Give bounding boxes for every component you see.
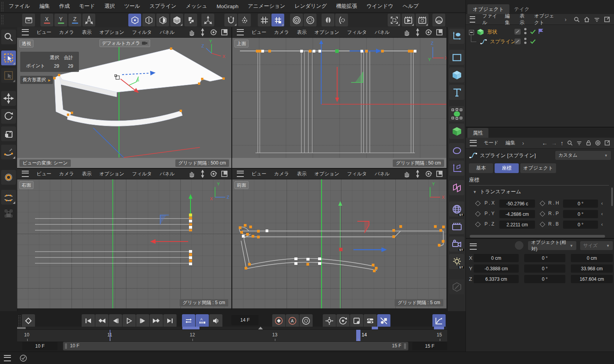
rh-field[interactable]: 0 ° — [563, 200, 598, 208]
cube-primitive-icon[interactable] — [449, 67, 464, 82]
attr-tab-coord[interactable]: 座標 — [495, 163, 519, 173]
viewport2-menu-icon[interactable] — [237, 29, 244, 35]
menu-render[interactable]: レンダリング — [295, 3, 327, 10]
render-view-button[interactable] — [402, 14, 415, 26]
rb-field[interactable]: 0 ° — [563, 220, 598, 229]
vp-menu-panel[interactable]: パネル — [160, 171, 175, 177]
om-menu-edit[interactable]: 編集 — [505, 13, 513, 26]
coord-x-rot[interactable]: 0 ° — [524, 254, 565, 262]
model-mode-button[interactable] — [170, 14, 183, 26]
coord-y-pos[interactable]: -0.3888 cm — [474, 264, 519, 273]
menu-mesh[interactable]: メッシュ — [186, 3, 207, 10]
object-row-spline[interactable]: スプライン — [466, 37, 614, 47]
object-name[interactable]: 形状 — [487, 28, 497, 35]
spline-pen-tool[interactable] — [1, 145, 16, 159]
visibility-dot-top[interactable] — [524, 28, 527, 30]
enable-check-icon[interactable] — [530, 28, 536, 35]
keyframe-diamond-icon[interactable] — [475, 222, 481, 227]
toolbar-grip[interactable] — [1, 15, 4, 25]
maximize-view-icon[interactable] — [220, 28, 228, 36]
render-settings-button[interactable] — [416, 14, 429, 26]
camera-object-icon[interactable]: ST — [449, 236, 464, 252]
lock-x-axis-button[interactable]: X — [40, 14, 53, 26]
edit-toggle-icon[interactable] — [514, 29, 521, 35]
py-field[interactable]: -4.2686 cm — [499, 210, 535, 218]
vp-menu-camera[interactable]: カメラ — [274, 171, 289, 177]
range-slider[interactable]: 10 F 15 F — [63, 342, 408, 350]
next-frame-button[interactable] — [136, 314, 149, 327]
coord-z-pos[interactable]: 6.3373 cm — [474, 275, 519, 283]
om-menu-file[interactable]: ファイル — [482, 13, 498, 26]
vp-menu-filter[interactable]: フィルタ — [132, 171, 152, 177]
record-active-objects-button[interactable] — [272, 314, 285, 327]
snap-magnet-button[interactable] — [224, 14, 237, 26]
menu-file[interactable]: ファイル — [9, 3, 30, 10]
vp-menu-display[interactable]: 表示 — [82, 29, 91, 36]
scale-tool[interactable] — [1, 126, 16, 141]
vp-menu-filter[interactable]: フィルタ — [347, 29, 367, 36]
material-edit-icon[interactable] — [449, 279, 464, 294]
om-menu-view[interactable]: 表示 — [520, 13, 527, 26]
status-menu-icon[interactable] — [4, 355, 11, 361]
object-tree[interactable]: 形状 スプライン — [466, 25, 614, 127]
om-menu-overflow[interactable]: › — [565, 16, 567, 23]
om-menu-icon[interactable] — [470, 16, 475, 23]
play-button[interactable] — [122, 314, 136, 327]
vp-menu-view[interactable]: ビュー — [252, 29, 266, 36]
attr-hscrollbar[interactable] — [470, 235, 605, 238]
pla-lock-tool[interactable] — [1, 206, 16, 221]
spinner-left[interactable]: ‹ — [601, 200, 603, 206]
edit-toggle-icon[interactable] — [514, 38, 521, 44]
goto-start-button[interactable] — [82, 314, 95, 327]
menu-tools[interactable]: ツール — [124, 3, 140, 10]
key-rotation-button[interactable] — [336, 314, 350, 327]
vp-menu-panel[interactable]: パネル — [160, 29, 175, 36]
om-menu-object[interactable]: オブジェクト — [534, 13, 558, 26]
attr-panel-icon[interactable] — [604, 140, 610, 146]
menu-spline[interactable]: スプライン — [150, 3, 177, 10]
viewport1-menu-icon[interactable] — [22, 29, 29, 35]
maximize-view-icon[interactable] — [220, 170, 228, 178]
vp-menu-camera[interactable]: カメラ — [59, 171, 74, 177]
render-region-button[interactable] — [388, 14, 401, 26]
attr-menu-mode[interactable]: モード — [484, 140, 499, 146]
autokey-hud-button[interactable]: A — [196, 314, 209, 327]
viewport-divider-h[interactable] — [17, 168, 447, 169]
active-tool-chip[interactable]: 長方形選択▸ — [20, 76, 53, 84]
instance-icon[interactable] — [449, 180, 464, 195]
edges-mode-button[interactable] — [142, 14, 155, 26]
attr-tab-basic[interactable]: 基本 — [469, 163, 493, 173]
object-name[interactable]: スプライン — [490, 38, 516, 45]
keyframe-diamond-icon[interactable] — [540, 222, 545, 227]
symmetry-butterfly-button[interactable] — [322, 14, 334, 26]
camera-chip[interactable]: デフォルトカメラ — [100, 39, 150, 47]
vp-menu-display[interactable]: 表示 — [297, 29, 306, 36]
keyframe-settings-button[interactable] — [299, 314, 313, 327]
points-mode-button[interactable] — [128, 14, 141, 26]
rotate-tool[interactable] — [1, 109, 16, 124]
pan-hand-icon[interactable] — [188, 170, 196, 178]
coord-x-pos[interactable]: 0 cm — [474, 254, 519, 262]
move-tool[interactable] — [1, 91, 16, 106]
timeline-ruler[interactable]: 10 11 12 13 14 15 — [17, 329, 447, 342]
pan-hand-icon[interactable] — [188, 28, 196, 36]
grid-toggle-button[interactable] — [258, 14, 271, 26]
orbit-icon[interactable] — [210, 28, 217, 36]
next-key-button[interactable] — [150, 314, 163, 327]
axis-modify-button[interactable] — [201, 14, 214, 26]
stage-icon[interactable] — [449, 219, 464, 234]
rp-field[interactable]: 0 ° — [563, 210, 598, 218]
material-sphere-button[interactable] — [432, 14, 445, 26]
menu-help[interactable]: ヘルプ — [403, 3, 419, 10]
keyframe-diamond-icon[interactable] — [540, 211, 545, 217]
lock-z-axis-button[interactable]: Z — [68, 14, 81, 26]
dolly-icon[interactable] — [414, 28, 422, 36]
loop-mode-button[interactable] — [182, 314, 195, 327]
coord-menu-icon[interactable] — [470, 243, 477, 250]
om-search-icon[interactable] — [574, 16, 580, 23]
target-icon[interactable] — [595, 140, 601, 146]
spline-object-icon[interactable] — [480, 38, 487, 46]
coord-size-dropdown[interactable]: サイズ▼ — [580, 241, 613, 250]
vp-menu-options[interactable]: オプション — [314, 29, 339, 36]
range-grip-left[interactable] — [65, 343, 67, 349]
